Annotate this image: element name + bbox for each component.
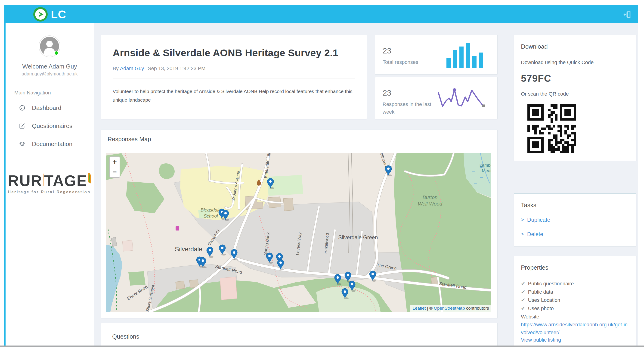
week-responses-chart: [437, 86, 486, 109]
questionnaires-icon: [19, 123, 26, 129]
survey-description: Volunteer to help protect the heritage o…: [113, 87, 355, 104]
sidebar-item-documentation[interactable]: Documentation: [6, 137, 94, 151]
app-logo[interactable]: LC: [33, 7, 66, 22]
user-email: adam.guy@plymouth.ac.uk: [6, 71, 94, 77]
responses-map-title: Responses Map: [108, 136, 151, 143]
website-link[interactable]: https://www.arnsidesilverdaleaonb.org.uk…: [521, 321, 629, 336]
property-flag: ✔Public questionnaire: [521, 279, 629, 288]
chart-bar: [472, 56, 476, 68]
ruritage-stripe-i: [43, 174, 44, 186]
attribution-suffix: contributors: [465, 306, 489, 310]
map-zoom-control: + −: [110, 156, 120, 178]
survey-date: Sep 13, 2019 1:42:23 PM: [148, 66, 206, 71]
lc-logo-icon: [33, 7, 48, 22]
tasks-title: Tasks: [521, 202, 629, 209]
survey-summary-card: Arnside & Silverdale AONB Heritage Surve…: [101, 35, 367, 119]
property-flag: ✔Public data: [521, 288, 629, 296]
check-icon: ✔: [521, 304, 525, 313]
questions-title: Questions: [112, 333, 486, 340]
online-status-dot: [54, 51, 58, 55]
shop-poi-icon: [176, 226, 179, 230]
property-label: Public questionnaire: [528, 279, 574, 288]
attribution-separator: | ©: [426, 306, 434, 310]
sidebar-item-label: Questionnaires: [32, 122, 72, 130]
map-label: Bleasdale: [200, 207, 221, 212]
chart-bar: [460, 47, 464, 68]
byline-prefix: By: [113, 66, 119, 71]
survey-title: Arnside & Silverdale AONB Heritage Surve…: [113, 47, 355, 59]
page: LC Welcome Adam Guy adam.guy@plymouth: [0, 0, 644, 352]
qr-code: [526, 103, 580, 157]
zoom-in-button[interactable]: +: [110, 157, 120, 167]
chart-bar: [479, 53, 483, 68]
chart-bar: [466, 43, 470, 68]
quick-code-value: 579FC: [521, 73, 629, 84]
property-flag: ✔Uses Location: [521, 296, 629, 304]
ruritage-wordmark-left: RUR: [8, 173, 42, 188]
welcome-text: Welcome Adam Guy: [6, 63, 94, 70]
map-label: Burton: [422, 194, 438, 200]
map-label: School: [204, 213, 218, 218]
chart-bar: [453, 50, 457, 68]
author-link[interactable]: Adam Guy: [120, 66, 144, 71]
app-window: LC Welcome Adam Guy adam.guy@plymouth: [4, 5, 638, 345]
task-duplicate[interactable]: > Duplicate: [521, 217, 629, 223]
sidebar-item-dashboard[interactable]: Dashboard: [6, 101, 94, 115]
ruritage-logo: RURTAGE Heritage for Rural Regeneration: [8, 173, 91, 194]
documentation-icon: [19, 141, 26, 147]
week-responses-label: Responses in the last week: [382, 100, 438, 116]
nav-section-title: Main Navigation: [14, 90, 51, 96]
chart-bar: [446, 58, 450, 68]
check-icon: ✔: [521, 288, 525, 296]
logout-icon[interactable]: [624, 11, 632, 19]
sidebar-item-label: Documentation: [32, 141, 72, 148]
avatar[interactable]: [38, 35, 61, 58]
task-delete[interactable]: > Delete: [521, 231, 629, 237]
total-responses-value: 23: [382, 46, 392, 55]
properties-title: Properties: [521, 264, 629, 271]
ruritage-wordmark-right: TAGE: [44, 173, 87, 188]
website-label: Website:: [521, 313, 629, 321]
property-label: Public data: [528, 288, 553, 296]
map-label: Silverdale Green: [338, 234, 378, 240]
total-responses-chart: [446, 42, 483, 68]
quick-code-label: Download using the Quick Code: [521, 60, 629, 66]
properties-card: Properties ✔Public questionnaire ✔Public…: [514, 256, 636, 345]
zoom-out-button[interactable]: −: [110, 167, 120, 177]
survey-byline: ByAdam Guy Sep 13, 2019 1:42:23 PM: [113, 66, 355, 72]
top-header-bar: LC: [6, 5, 638, 23]
leaflet-map[interactable]: SilverdaleSilverdale GreenBurtonWell Woo…: [106, 153, 491, 312]
week-responses-value: 23: [382, 88, 392, 97]
total-responses-card: 23 Total responses: [375, 35, 498, 75]
ruritage-leaf-icon: [88, 173, 91, 184]
public-listing-link[interactable]: View public listing: [521, 337, 629, 343]
week-responses-card: 23 Responses in the last week: [375, 77, 498, 119]
window-bottom-edge: [0, 345, 644, 347]
map-label: Well Wood: [418, 201, 442, 207]
app-title: LC: [51, 8, 66, 21]
tasks-card: Tasks > Duplicate > Delete: [514, 193, 636, 246]
map-attribution: Leaflet | © OpenStreetMap contributors: [410, 305, 491, 312]
ruritage-tagline: Heritage for Rural Regeneration: [8, 190, 91, 194]
responses-map-card: Responses Map: [101, 130, 498, 318]
sidebar: Welcome Adam Guy adam.guy@plymouth.ac.uk…: [6, 23, 94, 345]
qr-label: Or scan the QR code: [521, 91, 629, 97]
sidebar-item-label: Dashboard: [32, 104, 61, 112]
download-card: Download Download using the Quick Code 5…: [514, 35, 636, 161]
questions-card: Questions: [101, 323, 498, 345]
property-label: Uses Location: [528, 296, 560, 304]
property-label: Uses photo: [528, 304, 554, 313]
osm-link[interactable]: OpenStreetMap: [434, 306, 465, 310]
map-label: Meadow: [482, 168, 491, 173]
sidebar-item-questionnaires[interactable]: Questionnaires: [6, 119, 94, 133]
dashboard-icon: [19, 105, 26, 111]
check-icon: ✔: [521, 296, 525, 304]
map-canvas: SilverdaleSilverdale GreenBurtonWell Woo…: [106, 153, 491, 312]
chevron-right-icon: >: [521, 217, 524, 223]
leaflet-link[interactable]: Leaflet: [412, 306, 426, 310]
map-label: Silverdale: [175, 246, 202, 253]
map-label: Lambert's: [480, 163, 491, 168]
task-label: Duplicate: [527, 217, 550, 223]
download-title: Download: [521, 43, 629, 50]
property-flag: ✔Uses photo: [521, 304, 629, 313]
